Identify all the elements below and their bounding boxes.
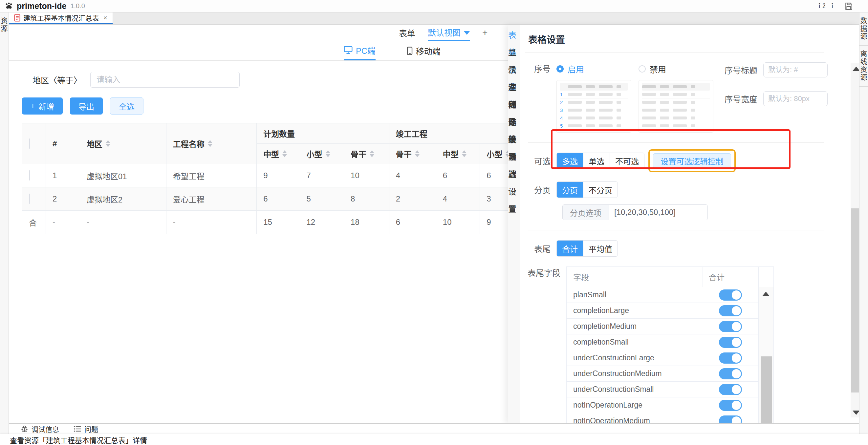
field-toggle[interactable] — [719, 321, 742, 332]
serial-disable-option[interactable]: 禁用 — [639, 62, 713, 75]
scroll-up-icon[interactable] — [762, 292, 770, 296]
table-footer-section: 表尾 合计 平均值 — [525, 240, 867, 257]
serial-width-input[interactable] — [763, 91, 828, 106]
scroll-down-icon[interactable] — [852, 411, 860, 415]
field-row: underConstructionSmall — [567, 382, 758, 398]
field-row: underConstructionLarge — [567, 350, 758, 366]
serial-enabled-preview[interactable]: 0 1 2 3 4 5 — [556, 80, 631, 133]
option-average[interactable]: 平均值 — [583, 241, 618, 256]
fields-column-header: 字段 — [567, 267, 703, 287]
footer-fields-list: planSmall completionLarge completionMedi… — [567, 287, 773, 445]
field-row: completionSmall — [567, 335, 758, 350]
document-tab[interactable]: 建筑工程基本情况汇总表 × — [9, 12, 113, 24]
tab-default-view[interactable]: 默认视图 — [428, 25, 470, 41]
debug-info-button[interactable]: 调试信息 — [21, 424, 59, 434]
field-row: planSmall — [567, 287, 758, 303]
radio-selected-icon[interactable] — [556, 65, 564, 72]
divider — [528, 142, 824, 143]
selectable-logic-button[interactable]: 设置可选逻辑控制 — [653, 153, 731, 168]
field-toggle[interactable] — [719, 289, 742, 300]
sidebar-item-datasource[interactable]: 数据源 — [860, 12, 868, 45]
option-sum[interactable]: 合计 — [557, 241, 583, 256]
problems-button[interactable]: 问题 — [73, 424, 98, 434]
option-paginated[interactable]: 分页 — [557, 182, 583, 197]
nav-item-mobile-settings[interactable]: 移动端设置 — [508, 131, 520, 148]
serial-disabled-preview[interactable] — [639, 80, 713, 133]
window-toolbar-glyph-icons[interactable]: îž î — [818, 2, 835, 10]
ide-window: primeton-ide 1.0.0 îž î 资源 数据源 离线资源 建筑工程 — [0, 0, 868, 445]
sidebar-item-offline-resources[interactable]: 离线资源 — [860, 45, 868, 87]
field-toggle[interactable] — [719, 305, 742, 316]
column-header-project[interactable]: 工程名称 — [166, 123, 256, 164]
select-all-button[interactable]: 全选 — [110, 97, 144, 115]
sidebar-item-resources[interactable]: 资源 — [0, 12, 8, 37]
field-row: completionMedium — [567, 319, 758, 335]
serial-width-label: 序号宽度 — [721, 93, 763, 105]
row-checkbox[interactable] — [29, 170, 30, 181]
status-text: 查看资源「建筑工程基本情况汇总表」详情 — [10, 435, 147, 445]
field-toggle[interactable] — [719, 384, 742, 395]
field-toggle[interactable] — [719, 337, 742, 348]
sort-icon — [106, 140, 110, 147]
filter-label: 地区〈等于〉 — [32, 74, 82, 86]
option-no-select[interactable]: 不可选 — [610, 153, 644, 169]
sort-icon — [282, 150, 287, 157]
save-icon[interactable] — [844, 2, 853, 10]
pagination-options-input[interactable] — [609, 205, 708, 220]
nav-item-table-settings[interactable]: 表格设置 — [508, 27, 520, 44]
serial-enable-option[interactable]: 启用 — [556, 62, 631, 75]
document-tab-title: 建筑工程基本情况汇总表 — [23, 13, 99, 23]
sort-icon — [415, 150, 420, 157]
footer-segmented-control: 合计 平均值 — [556, 240, 618, 257]
monitor-icon — [344, 46, 352, 54]
fields-scrollbar[interactable] — [758, 287, 773, 445]
column-header-plan-small[interactable]: 小型 — [300, 144, 344, 164]
plus-icon: + — [31, 101, 35, 110]
column-header-plan-medium[interactable]: 中型 — [257, 144, 300, 164]
nav-item-quick-filter[interactable]: 快速筛选 — [508, 61, 520, 79]
field-toggle[interactable] — [719, 400, 742, 411]
field-row: underConstructionMedium — [567, 366, 758, 382]
header-checkbox[interactable] — [29, 138, 30, 149]
divider — [528, 230, 824, 230]
settings-nav: 表格设置 显示字段 快速筛选 左侧导航 动作设置 高级设置 移动端设置 — [508, 25, 520, 423]
footer-fields-table: 字段 合计 planSmall completionLarge completi… — [566, 266, 774, 445]
chevron-down-icon — [464, 31, 470, 35]
filter-input[interactable] — [90, 72, 240, 88]
pagination-section: 分页 分页 不分页 — [525, 182, 867, 198]
form-document-icon — [14, 14, 20, 22]
nav-item-display-fields[interactable]: 显示字段 — [508, 44, 520, 61]
option-not-paginated[interactable]: 不分页 — [583, 182, 618, 197]
sort-icon — [370, 150, 374, 157]
nav-item-advanced-settings[interactable]: 高级设置 — [508, 114, 520, 131]
sort-icon — [462, 150, 466, 157]
nav-item-action-settings[interactable]: 动作设置 — [508, 96, 520, 114]
column-header-completion-large[interactable]: 骨干 — [389, 144, 436, 164]
add-view-button[interactable]: + — [482, 25, 488, 41]
sum-column-header: 合计 — [703, 267, 758, 287]
tab-form[interactable]: 表单 — [399, 25, 415, 41]
column-header-region[interactable]: 地区 — [80, 123, 166, 164]
field-toggle[interactable] — [719, 352, 742, 363]
field-toggle[interactable] — [719, 368, 742, 379]
serial-title-input[interactable] — [763, 62, 828, 77]
status-bar: 查看资源「建筑工程基本情况汇总表」详情 — [0, 434, 868, 445]
nav-item-left-nav[interactable]: 左侧导航 — [508, 79, 520, 96]
column-header-completion-medium[interactable]: 中型 — [436, 144, 480, 164]
tab-mobile[interactable]: 移动端 — [407, 41, 440, 60]
scrollbar-thumb[interactable] — [761, 356, 772, 429]
sort-icon — [208, 140, 212, 147]
option-single-select[interactable]: 单选 — [583, 153, 610, 169]
row-checkbox[interactable] — [29, 194, 30, 204]
scroll-column-header — [758, 267, 773, 287]
footer-fields-label: 表尾字段 — [525, 266, 566, 278]
tab-pc[interactable]: PC端 — [344, 41, 376, 60]
close-icon[interactable]: × — [103, 14, 107, 22]
option-multi-select[interactable]: 多选 — [557, 153, 583, 169]
export-button[interactable]: 导出 — [70, 97, 103, 115]
selectable-section: 可选 多选 单选 不可选 设置可选逻辑控制 — [525, 153, 867, 169]
bug-icon — [21, 425, 28, 433]
radio-unselected-icon[interactable] — [639, 65, 646, 72]
column-header-plan-large[interactable]: 骨干 — [344, 144, 389, 164]
add-button[interactable]: + 新增 — [22, 97, 63, 115]
